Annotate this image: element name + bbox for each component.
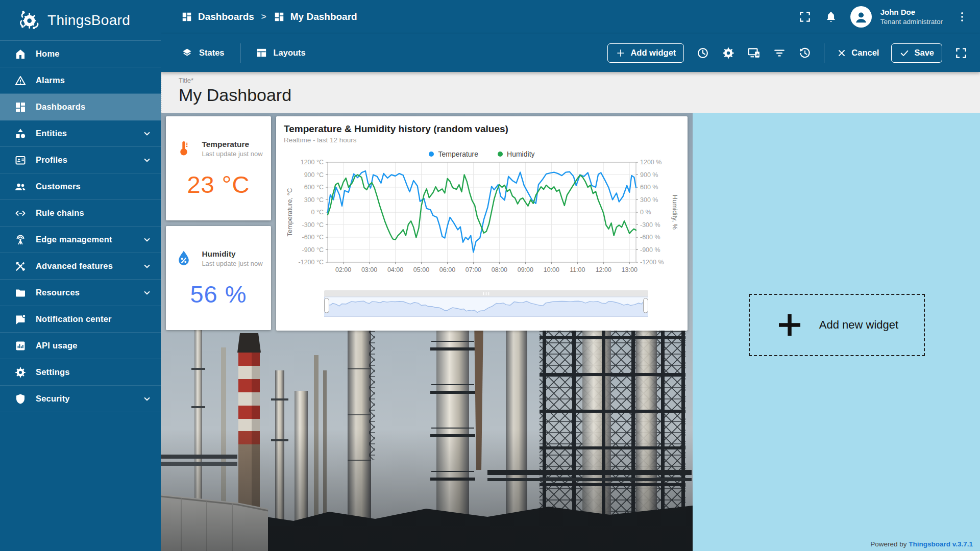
humidity-widget-subtitle: Last update just now [202, 260, 262, 267]
sidebar-item-customers[interactable]: Customers [0, 173, 161, 200]
sidebar-item-resources[interactable]: Resources [0, 280, 161, 306]
temperature-value: 23 °C [166, 170, 271, 198]
layout-icon [256, 47, 267, 59]
sidebar-item-icon [14, 207, 27, 219]
svg-text:09:00: 09:00 [518, 266, 533, 273]
sidebar-item-api-usage[interactable]: API usage [0, 333, 161, 359]
timeseries-chart[interactable]: 1200 °C1200 %900 °C900 %600 °C600 %300 °… [284, 158, 680, 286]
top-bar: Dashboards > My Dashboard John Doe Tenan… [161, 0, 980, 34]
sidebar-item-icon [14, 260, 27, 272]
add-widget-button[interactable]: Add widget [607, 43, 684, 63]
powered-by-footer: Powered by Thingsboard v.3.7.1 [870, 540, 973, 548]
timewindow-clock-icon[interactable] [696, 46, 709, 60]
history-chart-widget[interactable]: Temperature & Humidity history (random v… [276, 116, 688, 331]
sidebar-item-notification-center[interactable]: Notification center [0, 306, 161, 333]
svg-text:-900 %: -900 % [640, 246, 660, 254]
svg-text:-300 %: -300 % [640, 221, 660, 229]
svg-text:900 °C: 900 °C [304, 171, 324, 179]
sidebar-item-icon [14, 287, 27, 299]
svg-text:900 %: 900 % [640, 171, 658, 179]
svg-text:0 °C: 0 °C [311, 209, 324, 216]
sidebar-item-icon [14, 128, 27, 140]
sidebar-item-settings[interactable]: Settings [0, 359, 161, 386]
dashboard-settings-gear-icon[interactable] [722, 46, 735, 60]
sidebar-item-icon [14, 154, 27, 166]
breadcrumb-separator: > [261, 12, 266, 22]
manage-layouts-icon[interactable] [747, 46, 761, 60]
svg-text:10:00: 10:00 [544, 266, 559, 273]
dashboard-title-field[interactable]: Title* My Dashboard [161, 72, 980, 113]
app-logo[interactable]: ThingsBoard [0, 0, 161, 41]
sidebar-item-alarms[interactable]: Alarms [0, 67, 161, 94]
sidebar-item-dashboards[interactable]: Dashboards [0, 94, 161, 120]
sidebar-item-icon [14, 340, 27, 352]
sidebar-item-profiles[interactable]: Profiles [0, 147, 161, 173]
expand-fullscreen-icon[interactable] [954, 46, 968, 60]
user-avatar[interactable] [850, 6, 872, 28]
fullscreen-icon[interactable] [798, 10, 812, 23]
save-button[interactable]: Save [891, 43, 942, 63]
breadcrumb: Dashboards > My Dashboard [181, 11, 357, 22]
plus-icon [775, 311, 804, 339]
svg-text:Temperature, °C: Temperature, °C [286, 188, 293, 237]
sidebar-item-label: Alarms [36, 76, 65, 85]
svg-text:1200 %: 1200 % [640, 159, 662, 166]
sidebar-item-edge-management[interactable]: Edge management [0, 227, 161, 253]
add-widget-label: Add widget [630, 48, 676, 58]
layouts-label: Layouts [274, 48, 306, 58]
chart-navigator[interactable] [324, 290, 680, 317]
svg-text:12:00: 12:00 [596, 266, 611, 273]
breadcrumb-my-dashboard[interactable]: My Dashboard [290, 11, 357, 22]
legend-item-humidity[interactable]: Humidity [498, 150, 534, 158]
svg-text:300 °C: 300 °C [304, 196, 324, 204]
svg-text:1200 °C: 1200 °C [301, 159, 324, 166]
chevron-down-icon [141, 155, 153, 166]
temperature-widget[interactable]: Temperature Last update just now 23 °C [166, 116, 271, 220]
svg-text:-300 °C: -300 °C [302, 221, 324, 229]
notifications-bell-icon[interactable] [824, 10, 838, 23]
sidebar-item-label: Rule chains [36, 208, 84, 218]
user-name: John Doe [880, 7, 943, 17]
sidebar-item-entities[interactable]: Entities [0, 120, 161, 147]
cancel-button[interactable]: Cancel [837, 48, 879, 58]
user-role: Tenant administrator [880, 17, 943, 27]
kebab-menu-icon[interactable] [955, 10, 969, 23]
svg-text:-600 %: -600 % [640, 234, 660, 241]
svg-text:300 %: 300 % [640, 196, 658, 204]
dashboard-title-value[interactable]: My Dashboard [179, 85, 980, 105]
humidity-widget[interactable]: Humidity Last update just now 56 % [166, 226, 271, 330]
sidebar-item-icon [14, 48, 27, 60]
breadcrumb-dashboards[interactable]: Dashboards [198, 11, 254, 22]
states-button[interactable]: States [181, 47, 225, 59]
sidebar-item-label: Edge management [36, 235, 112, 244]
sidebar-item-rule-chains[interactable]: Rule chains [0, 200, 161, 227]
sidebar-item-home[interactable]: Home [0, 41, 161, 67]
layers-icon [181, 47, 193, 59]
sidebar-menu: Home Alarms Dashboards Entities [0, 41, 161, 412]
plus-icon [616, 48, 626, 58]
sidebar-item-advanced-features[interactable]: Advanced features [0, 253, 161, 280]
add-new-widget-button[interactable]: Add new widget [749, 294, 925, 356]
legend-item-temperature[interactable]: Temperature [429, 150, 478, 158]
filter-icon[interactable] [773, 46, 786, 60]
layouts-button[interactable]: Layouts [256, 47, 306, 59]
chart-navigator-strip[interactable] [324, 290, 648, 317]
chart-title: Temperature & Humidity history (random v… [284, 123, 680, 135]
sidebar-item-label: Resources [36, 288, 80, 297]
chevron-down-icon [141, 234, 153, 245]
sidebar-item-security[interactable]: Security [0, 386, 161, 412]
thingsboard-version-link[interactable]: Thingsboard v.3.7.1 [909, 540, 973, 548]
chart-subtitle: Realtime - last 12 hours [284, 136, 680, 144]
temperature-widget-subtitle: Last update just now [202, 150, 262, 158]
check-icon [899, 48, 910, 58]
svg-text:13:00: 13:00 [622, 266, 638, 273]
version-history-icon[interactable] [798, 46, 812, 60]
my-dashboard-breadcrumb-icon [274, 11, 285, 22]
humidity-widget-title: Humidity [202, 249, 262, 259]
legend-dot-humidity [498, 152, 503, 157]
svg-text:11:00: 11:00 [570, 266, 585, 273]
sidebar-item-label: Entities [36, 129, 67, 138]
svg-text:600 %: 600 % [640, 184, 658, 191]
chart-legend: Temperature Humidity [284, 150, 680, 158]
user-info[interactable]: John Doe Tenant administrator [880, 7, 943, 26]
